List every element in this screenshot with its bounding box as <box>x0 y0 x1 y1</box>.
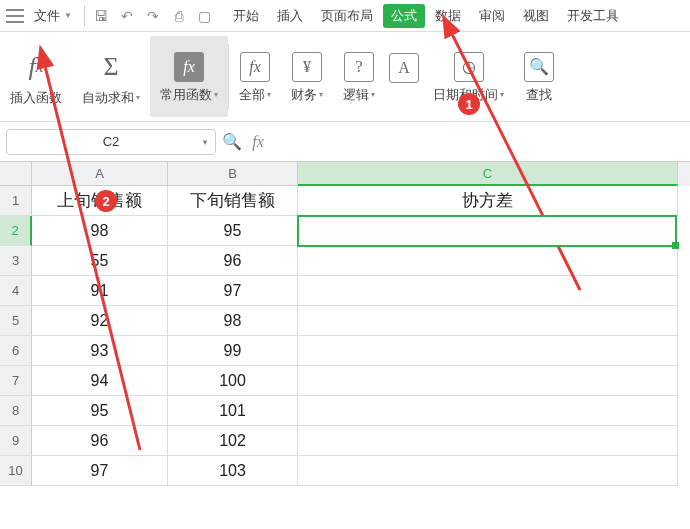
finance-button[interactable]: ¥ 财务▾ <box>281 36 333 117</box>
yen-icon: ¥ <box>292 52 322 82</box>
find-button[interactable]: 🔍 查找 <box>514 36 564 117</box>
logic-button[interactable]: ? 逻辑▾ <box>333 36 385 117</box>
col-header-B[interactable]: B <box>168 162 298 186</box>
cell[interactable]: 99 <box>168 336 298 366</box>
chevron-down-icon: ▼ <box>201 137 209 146</box>
row-header[interactable]: 1 <box>0 186 32 216</box>
table-row: 8 95 101 <box>0 396 690 426</box>
cell[interactable]: 91 <box>32 276 168 306</box>
tab-dev[interactable]: 开发工具 <box>559 4 627 28</box>
fx-icon[interactable]: fx <box>248 133 268 151</box>
cell[interactable]: 95 <box>32 396 168 426</box>
cell[interactable] <box>298 276 678 306</box>
tab-data[interactable]: 数据 <box>427 4 469 28</box>
cell[interactable] <box>298 426 678 456</box>
cell[interactable]: 102 <box>168 426 298 456</box>
cell[interactable] <box>298 366 678 396</box>
formula-input[interactable] <box>274 129 684 155</box>
cell[interactable]: 96 <box>168 246 298 276</box>
cell[interactable]: 103 <box>168 456 298 486</box>
quick-access-toolbar: 🖫 ↶ ↷ ⎙ ▢ <box>93 8 213 24</box>
preview-icon[interactable]: ▢ <box>197 8 213 24</box>
cell[interactable]: 97 <box>168 276 298 306</box>
cell[interactable]: 92 <box>32 306 168 336</box>
cell[interactable]: 101 <box>168 396 298 426</box>
table-row: 9 96 102 <box>0 426 690 456</box>
insert-function-button[interactable]: fx 插入函数 <box>0 36 72 117</box>
table-row: 1 上旬销售额 下旬销售额 协方差 <box>0 186 690 216</box>
file-menu-label: 文件 <box>34 7 60 25</box>
redo-icon[interactable]: ↷ <box>145 8 161 24</box>
cell[interactable]: 97 <box>32 456 168 486</box>
fill-handle[interactable] <box>672 242 679 249</box>
insert-function-label: 插入函数 <box>10 89 62 107</box>
search-icon: 🔍 <box>524 52 554 82</box>
cell[interactable]: 协方差 <box>298 186 678 216</box>
cell[interactable]: 93 <box>32 336 168 366</box>
selected-cell[interactable] <box>297 215 677 247</box>
spreadsheet: A B C 1 上旬销售额 下旬销售额 协方差 2 98 95 3 55 96 … <box>0 162 690 486</box>
file-menu[interactable]: 文件 ▼ <box>30 7 76 25</box>
row-header[interactable]: 2 <box>0 216 32 246</box>
select-all-corner[interactable] <box>0 162 32 186</box>
chevron-down-icon: ▾ <box>136 93 140 102</box>
col-header-A[interactable]: A <box>32 162 168 186</box>
row-header[interactable]: 3 <box>0 246 32 276</box>
table-row: 3 55 96 <box>0 246 690 276</box>
formula-bar: C2 ▼ 🔍 fx <box>0 122 690 162</box>
table-row: 7 94 100 <box>0 366 690 396</box>
tab-layout[interactable]: 页面布局 <box>313 4 381 28</box>
ribbon-tabs: 开始 插入 页面布局 公式 数据 审阅 视图 开发工具 <box>225 4 627 28</box>
cell[interactable]: 94 <box>32 366 168 396</box>
cell[interactable]: 100 <box>168 366 298 396</box>
hamburger-icon[interactable] <box>6 9 24 23</box>
cell[interactable] <box>298 336 678 366</box>
cell[interactable]: 55 <box>32 246 168 276</box>
undo-icon[interactable]: ↶ <box>119 8 135 24</box>
chevron-down-icon: ▾ <box>500 90 504 99</box>
cell[interactable]: 上旬销售额 <box>32 186 168 216</box>
autosum-button[interactable]: Σ 自动求和▾ <box>72 36 150 117</box>
tab-formula[interactable]: 公式 <box>383 4 425 28</box>
datetime-button[interactable]: ◷ 日期和时间▾ <box>423 36 514 117</box>
col-header-C[interactable]: C <box>298 162 678 186</box>
text-icon: A <box>389 53 419 83</box>
fx-icon: fx <box>18 49 54 85</box>
table-row: 4 91 97 <box>0 276 690 306</box>
row-header[interactable]: 7 <box>0 366 32 396</box>
cell[interactable]: 下旬销售额 <box>168 186 298 216</box>
tab-view[interactable]: 视图 <box>515 4 557 28</box>
chevron-down-icon: ▾ <box>267 90 271 99</box>
row-header[interactable]: 10 <box>0 456 32 486</box>
all-functions-button[interactable]: fx 全部▾ <box>229 36 281 117</box>
tab-review[interactable]: 审阅 <box>471 4 513 28</box>
print-icon[interactable]: ⎙ <box>171 8 187 24</box>
chevron-down-icon: ▼ <box>64 11 72 20</box>
cell[interactable] <box>298 306 678 336</box>
cell[interactable] <box>298 456 678 486</box>
common-functions-button[interactable]: fx 常用函数▾ <box>150 36 228 117</box>
ribbon: fx 插入函数 Σ 自动求和▾ fx 常用函数▾ fx 全部▾ ¥ 财务▾ ? … <box>0 32 690 122</box>
cell[interactable] <box>298 246 678 276</box>
row-header[interactable]: 8 <box>0 396 32 426</box>
row-header[interactable]: 4 <box>0 276 32 306</box>
row-header[interactable]: 9 <box>0 426 32 456</box>
cell[interactable]: 96 <box>32 426 168 456</box>
cell[interactable]: 98 <box>168 306 298 336</box>
text-button[interactable]: A xx▾ <box>385 36 423 117</box>
table-row: 5 92 98 <box>0 306 690 336</box>
row-header[interactable]: 6 <box>0 336 32 366</box>
name-box-value: C2 <box>103 134 120 149</box>
cell[interactable]: 98 <box>32 216 168 246</box>
clock-icon: ◷ <box>454 52 484 82</box>
tab-start[interactable]: 开始 <box>225 4 267 28</box>
chevron-down-icon: ▾ <box>371 90 375 99</box>
name-box[interactable]: C2 ▼ <box>6 129 216 155</box>
table-row: 2 98 95 <box>0 216 690 246</box>
row-header[interactable]: 5 <box>0 306 32 336</box>
cell[interactable]: 95 <box>168 216 298 246</box>
cell[interactable] <box>298 396 678 426</box>
save-icon[interactable]: 🖫 <box>93 8 109 24</box>
search-formula-icon[interactable]: 🔍 <box>222 132 242 151</box>
tab-insert[interactable]: 插入 <box>269 4 311 28</box>
